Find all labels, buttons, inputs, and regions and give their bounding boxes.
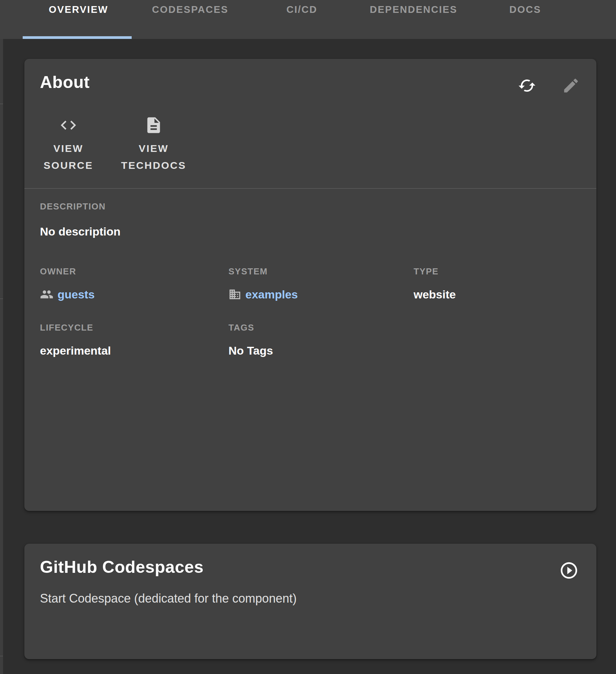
description-value: No description (40, 224, 120, 239)
tags-field: TAGS No Tags (228, 322, 414, 358)
techdocs-icon (144, 115, 163, 135)
lifecycle-field: LIFECYCLE experimental (40, 322, 228, 358)
owner-link[interactable]: guests (58, 287, 95, 302)
codespaces-card-subtitle: Start Codespace (dedicated for the compo… (40, 591, 296, 606)
tab-overview[interactable]: OVERVIEW (23, 0, 134, 39)
tab-dependencies[interactable]: DEPENDENCIES (358, 0, 469, 39)
empty-cell (414, 322, 581, 358)
tab-docs[interactable]: DOCS (469, 0, 581, 39)
divider (0, 656, 3, 656)
description-label: DESCRIPTION (40, 201, 106, 212)
code-icon (59, 115, 78, 135)
edit-icon[interactable] (562, 76, 580, 95)
active-tab-indicator (23, 36, 132, 39)
tags-label: TAGS (228, 322, 414, 333)
view-source-link[interactable]: VIEW SOURCE (39, 115, 98, 174)
divider (0, 298, 3, 299)
entity-tab-bar: OVERVIEW CODESPACES CI/CD DEPENDENCIES D… (0, 0, 616, 39)
tab-list: OVERVIEW CODESPACES CI/CD DEPENDENCIES D… (23, 0, 616, 39)
tags-value: No Tags (228, 343, 273, 358)
about-card-divider (24, 188, 596, 189)
view-techdocs-link[interactable]: VIEW TECHDOCS (117, 115, 190, 174)
tab-cicd[interactable]: CI/CD (246, 0, 358, 39)
about-quick-links: VIEW SOURCE VIEW TECHDOCS (39, 115, 190, 174)
owner-field: OWNER guests (40, 266, 228, 302)
people-icon (40, 288, 53, 301)
building-icon (228, 288, 241, 301)
view-source-label: VIEW SOURCE (39, 140, 98, 174)
type-value: website (414, 287, 456, 302)
type-label: TYPE (414, 266, 581, 277)
system-label: SYSTEM (228, 266, 414, 277)
lifecycle-label: LIFECYCLE (40, 322, 228, 333)
about-fields-grid: OWNER guests SYSTEM examples (40, 266, 581, 358)
system-link[interactable]: examples (245, 287, 298, 302)
view-techdocs-label: VIEW TECHDOCS (117, 140, 190, 174)
refresh-icon[interactable] (518, 76, 536, 95)
entity-page: OVERVIEW CODESPACES CI/CD DEPENDENCIES D… (0, 0, 616, 674)
github-codespaces-card: GitHub Codespaces Start Codespace (dedic… (24, 544, 596, 659)
lifecycle-value: experimental (40, 343, 111, 358)
owner-label: OWNER (40, 266, 228, 277)
tab-codespaces[interactable]: CODESPACES (134, 0, 246, 39)
codespaces-card-title: GitHub Codespaces (40, 557, 204, 577)
about-card: About VIEW SOURCE VIEW TECHDOCS (24, 59, 596, 511)
cropped-left-card-edge (0, 39, 3, 674)
play-circle-icon[interactable] (559, 561, 579, 580)
divider (0, 104, 3, 104)
about-card-title: About (40, 72, 90, 92)
system-field: SYSTEM examples (228, 266, 414, 302)
about-card-actions (518, 76, 580, 95)
type-field: TYPE website (414, 266, 581, 302)
